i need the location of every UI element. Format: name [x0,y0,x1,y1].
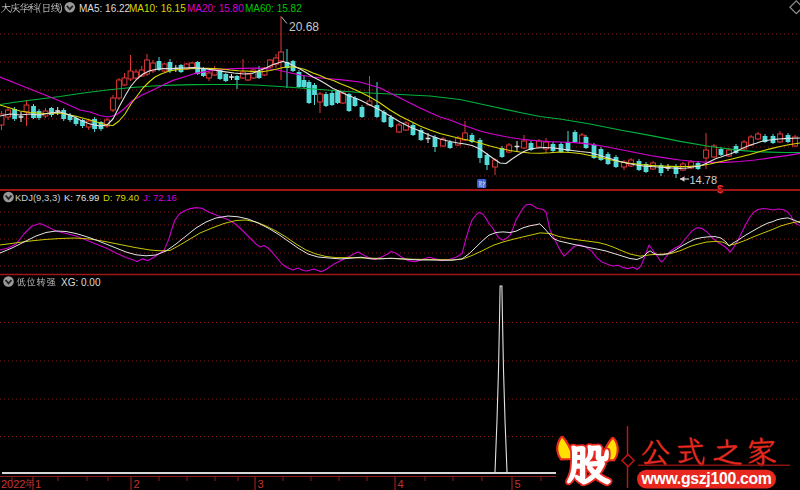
svg-text:D: 79.40: D: 79.40 [103,192,139,203]
svg-text:3: 3 [258,478,264,490]
svg-text:J: 72.16: J: 72.16 [143,192,177,203]
svg-text:1: 1 [35,478,41,490]
svg-text:5: 5 [515,478,521,490]
svg-text:4: 4 [398,478,404,490]
svg-text:K: 76.99: K: 76.99 [64,192,99,203]
svg-text:MA20: 15.80: MA20: 15.80 [187,3,244,14]
svg-text:2022: 2022 [1,478,25,490]
svg-text:20.68: 20.68 [289,20,319,34]
svg-text:XG: 0.00: XG: 0.00 [61,277,101,288]
svg-text:KDJ(9,3,3): KDJ(9,3,3) [15,192,60,203]
svg-text:2: 2 [134,478,140,490]
svg-text:14.78: 14.78 [690,174,718,186]
svg-text:MA60: 15.82: MA60: 15.82 [245,3,302,14]
svg-text:www.gszj100.com: www.gszj100.com [640,470,771,487]
svg-text:MA5: 16.22: MA5: 16.22 [79,3,131,14]
svg-text:$: $ [717,183,723,195]
svg-text:MA10: 16.15: MA10: 16.15 [129,3,186,14]
